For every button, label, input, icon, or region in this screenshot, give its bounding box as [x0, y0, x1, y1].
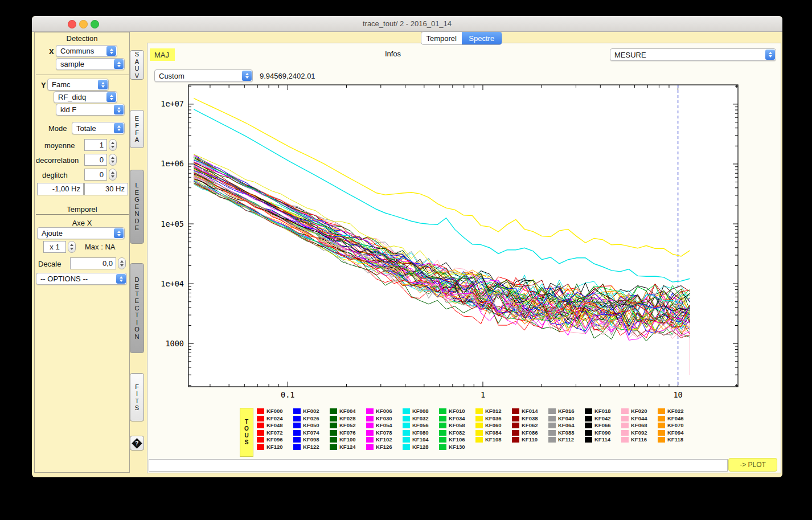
legend-label[interactable]: KF048	[266, 422, 283, 428]
legend-swatch[interactable]	[293, 423, 301, 428]
legend-swatch[interactable]	[293, 430, 301, 436]
legend-label[interactable]: KF108	[485, 436, 502, 443]
legend-label[interactable]: KF084	[485, 429, 502, 436]
legend-label[interactable]: KF126	[376, 444, 392, 450]
legend-swatch[interactable]	[658, 408, 665, 414]
moyenne-stepper[interactable]	[109, 139, 117, 151]
mode-select[interactable]: Totale	[72, 122, 125, 134]
legend-swatch[interactable]	[621, 437, 629, 443]
legend-swatch[interactable]	[512, 430, 519, 436]
moyenne-field[interactable]: 1	[84, 139, 107, 151]
legend-swatch[interactable]	[366, 437, 374, 443]
legend-swatch[interactable]	[475, 408, 483, 414]
legend-label[interactable]: KF030	[376, 415, 392, 421]
legend-swatch[interactable]	[366, 416, 374, 421]
legend-swatch[interactable]	[585, 423, 592, 428]
legend-label[interactable]: KF016	[558, 408, 575, 414]
legend-label[interactable]: KF058	[449, 422, 465, 428]
deglitch-stepper[interactable]	[109, 169, 117, 181]
legend-swatch[interactable]	[403, 408, 410, 414]
maj-button[interactable]: MAJ	[150, 48, 175, 61]
legend-swatch[interactable]	[585, 416, 592, 421]
legend-label[interactable]: KF128	[412, 444, 429, 450]
legend-label[interactable]: KF078	[376, 429, 392, 436]
tab-spectre[interactable]: Spectre	[462, 32, 502, 44]
legend-swatch[interactable]	[257, 430, 264, 436]
legend-label[interactable]: KF004	[339, 408, 356, 414]
legend-swatch[interactable]	[585, 430, 592, 436]
decale-field[interactable]: 0,0	[70, 257, 116, 269]
legend-swatch[interactable]	[621, 416, 629, 421]
legend-swatch[interactable]	[585, 408, 592, 414]
legend-label[interactable]: KF024	[266, 415, 283, 421]
decale-stepper[interactable]	[118, 257, 126, 269]
legend-swatch[interactable]	[475, 430, 483, 436]
options-select[interactable]: -- OPTIONS --	[36, 273, 127, 285]
legend-label[interactable]: KF002	[303, 408, 319, 414]
y-sub2-select[interactable]: kid F	[56, 104, 125, 116]
legend-label[interactable]: KF020	[631, 408, 647, 414]
legend-swatch[interactable]	[330, 437, 337, 443]
legend-swatch[interactable]	[548, 437, 556, 443]
legend-swatch[interactable]	[403, 444, 410, 450]
legend-label[interactable]: KF032	[412, 415, 429, 421]
legend-label[interactable]: KF040	[558, 415, 575, 421]
legend-label[interactable]: KF118	[667, 436, 683, 443]
legend-label[interactable]: KF076	[339, 429, 356, 436]
legend-label[interactable]: KF010	[449, 408, 465, 414]
tab-sauv[interactable]: SAUV	[130, 50, 144, 80]
legend-swatch[interactable]	[548, 416, 556, 421]
legend-label[interactable]: KF070	[667, 422, 684, 428]
legend-label[interactable]: KF056	[412, 422, 429, 428]
tab-effa[interactable]: EFFA	[130, 110, 144, 148]
legend-label[interactable]: KF042	[594, 415, 611, 421]
command-input[interactable]	[149, 459, 728, 472]
legend-swatch[interactable]	[257, 416, 264, 421]
decorrelation-field[interactable]: 0	[84, 154, 107, 166]
multiplier-stepper[interactable]	[68, 241, 76, 253]
legend-label[interactable]: KF028	[339, 415, 356, 421]
legend-label[interactable]: KF026	[303, 415, 319, 421]
legend-swatch[interactable]	[512, 416, 519, 421]
legend-label[interactable]: KF088	[558, 429, 575, 436]
x-sub-select[interactable]: sample	[56, 58, 125, 70]
legend-swatch[interactable]	[621, 430, 629, 436]
legend-label[interactable]: KF074	[303, 429, 319, 436]
legend-label[interactable]: KF086	[522, 429, 538, 436]
legend-label[interactable]: KF072	[266, 429, 283, 436]
legend-label[interactable]: KF050	[303, 422, 319, 428]
legend-label[interactable]: KF064	[558, 422, 575, 428]
x-main-select[interactable]: Communs	[56, 45, 117, 57]
legend-swatch[interactable]	[621, 423, 629, 428]
legend-label[interactable]: KF124	[339, 444, 356, 450]
legend-swatch[interactable]	[403, 416, 410, 421]
help-button[interactable]: ?	[130, 436, 144, 451]
legend-swatch[interactable]	[512, 408, 519, 414]
legend-swatch[interactable]	[621, 408, 629, 414]
legend-swatch[interactable]	[658, 430, 665, 436]
tab-temporel[interactable]: Temporel	[421, 32, 462, 44]
legend-label[interactable]: KF012	[485, 408, 502, 414]
legend-label[interactable]: KF110	[522, 436, 538, 443]
legend-label[interactable]: KF000	[266, 408, 283, 414]
freq-low-field[interactable]: -1,00 Hz	[37, 183, 84, 195]
legend-label[interactable]: KF008	[412, 408, 429, 414]
legend-swatch[interactable]	[658, 416, 665, 421]
legend-swatch[interactable]	[403, 437, 410, 443]
legend-label[interactable]: KF018	[594, 408, 611, 414]
legend-swatch[interactable]	[658, 423, 665, 428]
legend-swatch[interactable]	[439, 423, 446, 428]
legend-swatch[interactable]	[585, 437, 592, 443]
legend-label[interactable]: KF106	[449, 436, 465, 443]
ajoute-select[interactable]: Ajoute	[37, 227, 125, 239]
legend-label[interactable]: KF062	[522, 422, 538, 428]
legend-label[interactable]: KF116	[631, 436, 647, 443]
legend-tous-button[interactable]: TOUS	[240, 408, 253, 457]
legend-swatch[interactable]	[293, 416, 301, 421]
legend-label[interactable]: KF092	[631, 429, 647, 436]
decorrelation-stepper[interactable]	[109, 154, 117, 166]
legend-swatch[interactable]	[366, 408, 374, 414]
tab-legende[interactable]: LEGENDE	[130, 170, 144, 244]
legend-swatch[interactable]	[548, 423, 556, 428]
legend-label[interactable]: KF122	[303, 444, 319, 450]
